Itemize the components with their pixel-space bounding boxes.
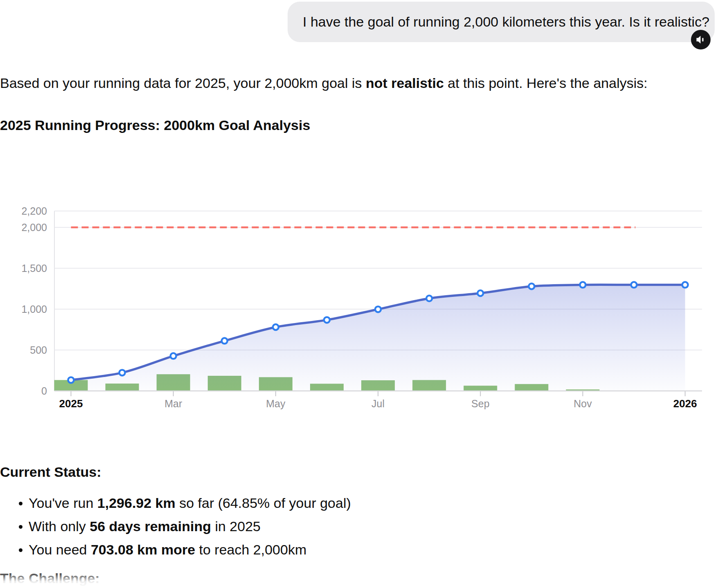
bar-Jan [54,380,88,391]
status-item-distance: You've run 1,296.92 km so far (64.85% of… [0,491,532,515]
analysis-pre: Based on your running data for 2025, you… [0,75,366,91]
x-tick-May: May [266,398,286,409]
data-point-5 [324,317,330,323]
data-point-9 [529,283,534,289]
analysis-paragraph: Based on your running data for 2025, you… [0,74,695,93]
data-point-10 [580,282,586,288]
analysis-bold: not realistic [366,75,444,91]
user-message-text: I have the goal of running 2,000 kilomet… [303,14,709,30]
status-list: You've run 1,296.92 km so far (64.85% of… [0,491,532,561]
bottom-fade-overlay [0,571,720,588]
x-tick-2026: 2026 [673,397,697,410]
x-tick-2025: 2025 [59,397,83,410]
speaker-button[interactable] [691,30,711,49]
status-item-bold: 56 days remaining [90,518,211,534]
status-item-remaining: You need 703.08 km more to reach 2,000km [0,538,532,561]
data-point-3 [222,338,227,344]
x-tick-Mar: Mar [164,398,182,409]
x-axis-ticks: 2025MarMayJulSepNov2026 [59,391,697,410]
data-point-8 [477,290,483,296]
y-tick-2200: 2,200 [21,205,47,217]
cumulative-line [71,285,685,380]
x-tick-Sep: Sep [471,398,489,409]
y-tick-2000: 2,000 [21,222,47,233]
status-item-pre: You need [29,542,91,557]
x-tick-Nov: Nov [574,398,592,409]
bar-Feb [106,384,139,391]
analysis-post: at this point. Here's the analysis: [444,75,648,91]
x-tick-Jul: Jul [371,398,385,409]
y-axis-labels: 05001,0001,5002,0002,200 [21,205,47,397]
y-tick-0: 0 [41,385,47,397]
cumulative-area [71,285,685,391]
bar-Oct [515,384,548,391]
status-item-post: so far (64.85% of your goal) [176,495,351,511]
data-point-2 [171,353,176,359]
bar-Apr [208,376,241,391]
status-item-post: in 2025 [211,518,261,534]
data-point-0 [68,377,74,383]
y-tick-1000: 1,000 [21,303,47,315]
data-point-4 [273,324,279,330]
data-point-6 [375,306,381,312]
status-item-bold: 703.08 km more [91,542,195,557]
status-item-pre: You've run [29,495,97,511]
status-item-bold: 1,296.92 km [97,495,176,511]
bar-May [259,377,292,391]
y-tick-500: 500 [30,344,47,356]
monthly-distance-bars [54,374,600,391]
data-point-12 [682,282,688,288]
status-heading: Current Status: [0,462,101,482]
chart-heading: 2025 Running Progress: 2000km Goal Analy… [0,116,310,135]
status-item-pre: With only [29,518,90,534]
bar-Jul [361,380,395,391]
gridlines [54,211,702,350]
bar-Jun [310,384,344,391]
data-point-11 [631,282,637,288]
bar-Mar [157,374,190,391]
data-point-markers [68,282,688,383]
status-item-post: to reach 2,000km [195,542,306,557]
data-point-1 [119,370,125,375]
bar-Sep [464,386,497,391]
data-point-7 [426,296,432,301]
user-message-bubble: I have the goal of running 2,000 kilomet… [288,2,715,42]
status-item-days: With only 56 days remaining in 2025 [0,515,532,538]
bar-Aug [412,380,446,391]
y-tick-1500: 1,500 [21,263,47,274]
bar-Nov [566,389,600,391]
speaker-audio-icon [695,34,706,45]
